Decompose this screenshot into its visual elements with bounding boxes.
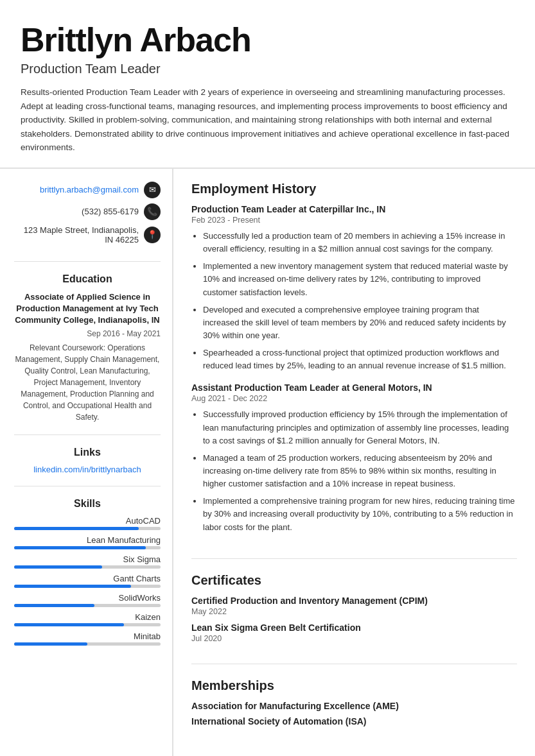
right-column: Employment History Production Team Leade… (173, 169, 535, 756)
candidate-title: Production Team Leader (21, 62, 514, 76)
skill-bar-fill (14, 565, 102, 569)
skill-item: AutoCAD (14, 516, 161, 530)
skill-bar-fill (14, 642, 87, 646)
memberships-heading: Memberships (191, 678, 517, 693)
skill-bar-fill (14, 546, 146, 549)
job-bullet: Implemented a comprehensive training pro… (203, 495, 517, 533)
certificates-heading: Certificates (191, 573, 517, 588)
links-heading: Links (14, 447, 161, 458)
skill-bar-bg (14, 585, 161, 588)
skill-name: Kaizen (14, 612, 161, 622)
education-dates: Sep 2016 - May 2021 (14, 329, 161, 338)
job-dates: Aug 2021 - Dec 2022 (191, 394, 517, 403)
skills-heading: Skills (14, 498, 161, 510)
phone-text: (532) 855-6179 (82, 207, 139, 216)
skill-item: Kaizen (14, 612, 161, 626)
membership-item: Association for Manufacturing Excellence… (191, 701, 517, 711)
education-heading: Education (14, 273, 161, 285)
skills-section: Skills AutoCAD Lean Manufacturing Six Si… (14, 498, 161, 662)
skill-item: Lean Manufacturing (14, 535, 161, 549)
contact-section: brittlyn.arbach@gmail.com ✉ (532) 855-61… (14, 182, 161, 262)
memberships-section: Memberships Association for Manufacturin… (191, 678, 517, 746)
skill-name: AutoCAD (14, 516, 161, 526)
skill-bar-bg (14, 623, 161, 626)
contact-address-item: 123 Maple Street, Indianapolis, IN 46225… (14, 225, 161, 245)
skill-name: SolidWorks (14, 593, 161, 603)
skill-bar-fill (14, 623, 124, 626)
skill-item: Minitab (14, 631, 161, 646)
email-icon: ✉ (144, 182, 161, 198)
main-content: brittlyn.arbach@gmail.com ✉ (532) 855-61… (0, 169, 535, 756)
job-bullet: Managed a team of 25 production workers,… (203, 452, 517, 490)
memberships-list: Association for Manufacturing Excellence… (191, 701, 517, 726)
job-dates: Feb 2023 - Present (191, 216, 517, 225)
links-section: Links linkedin.com/in/brittlynarbach (14, 447, 161, 486)
left-column: brittlyn.arbach@gmail.com ✉ (532) 855-61… (0, 169, 173, 756)
cert-title: Certified Production and Inventory Manag… (191, 596, 517, 606)
skill-bar-fill (14, 527, 139, 530)
job-entry: Assistant Production Team Leader at Gene… (191, 382, 517, 533)
skill-bar-bg (14, 546, 161, 549)
skill-bar-bg (14, 642, 161, 646)
education-section: Education Associate of Applied Science i… (14, 273, 161, 435)
job-bullet: Successfully improved production efficie… (203, 408, 517, 447)
linkedin-link[interactable]: linkedin.com/in/brittlynarbach (14, 465, 161, 474)
candidate-summary: Results-oriented Production Team Leader … (21, 85, 514, 155)
job-entry: Production Team Leader at Caterpillar In… (191, 204, 517, 372)
skill-name: Gantt Charts (14, 574, 161, 583)
skill-bar-bg (14, 604, 161, 607)
jobs-list: Production Team Leader at Caterpillar In… (191, 204, 517, 534)
education-degree: Associate of Applied Science in Producti… (14, 291, 161, 327)
phone-icon: 📞 (144, 203, 161, 220)
job-bullets: Successfully improved production efficie… (191, 408, 517, 533)
cert-entry: Certified Production and Inventory Manag… (191, 596, 517, 616)
job-bullet: Successfully led a production team of 20… (203, 230, 517, 255)
job-bullet: Developed and executed a comprehensive e… (203, 304, 517, 342)
contact-phone-item: (532) 855-6179 📞 (14, 203, 161, 220)
job-bullet: Implemented a new inventory management s… (203, 260, 517, 298)
header-section: Brittlyn Arbach Production Team Leader R… (0, 0, 535, 169)
cert-date: May 2022 (191, 607, 517, 616)
address-text: 123 Maple Street, Indianapolis, IN 46225 (14, 225, 139, 245)
skills-list: AutoCAD Lean Manufacturing Six Sigma Gan… (14, 516, 161, 646)
skill-bar-fill (14, 585, 131, 588)
employment-heading: Employment History (191, 182, 517, 196)
skill-item: Gantt Charts (14, 574, 161, 588)
job-title: Production Team Leader at Caterpillar In… (191, 204, 517, 214)
skill-name: Minitab (14, 631, 161, 641)
candidate-name: Brittlyn Arbach (21, 21, 514, 59)
skill-bar-fill (14, 604, 94, 607)
skill-bar-bg (14, 565, 161, 569)
certs-list: Certified Production and Inventory Manag… (191, 596, 517, 643)
cert-title: Lean Six Sigma Green Belt Certification (191, 623, 517, 633)
job-bullet: Spearheaded a cross-functional project t… (203, 347, 517, 372)
skill-name: Lean Manufacturing (14, 535, 161, 545)
job-title: Assistant Production Team Leader at Gene… (191, 382, 517, 393)
skill-name: Six Sigma (14, 554, 161, 564)
certificates-section: Certificates Certified Production and In… (191, 573, 517, 664)
skill-item: SolidWorks (14, 593, 161, 607)
email-link[interactable]: brittlyn.arbach@gmail.com (40, 185, 139, 194)
contact-email-item: brittlyn.arbach@gmail.com ✉ (14, 182, 161, 198)
employment-section: Employment History Production Team Leade… (191, 182, 517, 559)
education-coursework: Relevant Coursework: Operations Manageme… (14, 342, 161, 423)
coursework-text: Operations Management, Supply Chain Mana… (15, 343, 160, 422)
location-icon: 📍 (144, 227, 161, 243)
skill-item: Six Sigma (14, 554, 161, 569)
membership-item: International Society of Automation (ISA… (191, 716, 517, 726)
skill-bar-bg (14, 527, 161, 530)
cert-date: Jul 2020 (191, 634, 517, 643)
coursework-label: Relevant Coursework: (30, 343, 105, 352)
cert-entry: Lean Six Sigma Green Belt Certification … (191, 623, 517, 643)
job-bullets: Successfully led a production team of 20… (191, 230, 517, 372)
